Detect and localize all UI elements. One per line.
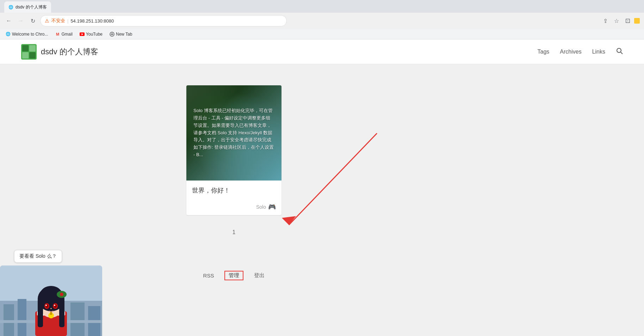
bookmark-youtube[interactable]: YouTube [77, 31, 105, 37]
svg-point-31 [50, 308, 52, 309]
card-footer: Solo 🎮 [186, 203, 281, 215]
bookmark-gmail[interactable]: M Gmail [52, 31, 75, 37]
bookmark-newtab-label: New Tab [116, 32, 132, 37]
logo-cell-3 [22, 52, 29, 59]
browser-chrome: 🌐 dsdv 的个人博客 ← → ↻ ⚠ 不安全 | 54.198.251.13… [0, 0, 644, 39]
site-title: dsdv 的个人博客 [41, 47, 98, 57]
logo-cell-4 [29, 52, 36, 59]
svg-point-5 [617, 48, 621, 53]
footer-admin-button[interactable]: 管理 [224, 271, 243, 280]
nav-links[interactable]: Links [592, 49, 605, 55]
youtube-favicon [80, 32, 85, 37]
svg-rect-13 [70, 303, 85, 336]
browser-right-icons: ⇪ ☆ ⚀ [600, 16, 640, 26]
svg-rect-21 [59, 299, 64, 327]
svg-point-24 [60, 293, 63, 296]
nav-archives[interactable]: Archives [560, 49, 581, 55]
logo-cell-2 [29, 45, 36, 51]
extensions-button[interactable]: ⚀ [623, 16, 633, 26]
logo-icon [21, 44, 37, 60]
author-icon: 🎮 [268, 203, 276, 211]
card-title: 世界，你好！ [192, 186, 276, 195]
chatbot-widget: 要看看 Solo 么？ [0, 250, 106, 336]
pagination: 1 [233, 229, 236, 236]
tab-favicon: 🌐 [8, 5, 13, 10]
separator: | [67, 18, 68, 24]
warning-text: 不安全 [51, 18, 65, 24]
card-author: Solo [256, 204, 266, 210]
site-logo[interactable]: dsdv 的个人博客 [21, 44, 98, 60]
search-button[interactable] [616, 47, 623, 56]
page-number[interactable]: 1 [233, 229, 236, 235]
browser-toolbar: ← → ↻ ⚠ 不安全 | 54.198.251.130:8080 ⇪ ☆ ⚀ [0, 13, 644, 29]
website-footer: RSS 管理 登出 [196, 264, 272, 287]
bookmarks-bar: 🌐 Welcome to Chro... M Gmail YouTube New… [0, 29, 644, 39]
address-text: 54.198.251.130:8080 [70, 18, 282, 24]
new-tab-indicator [634, 18, 640, 24]
svg-rect-12 [18, 299, 26, 336]
chatbot-avatar-svg [0, 265, 102, 336]
active-tab[interactable]: 🌐 dsdv 的个人博客 [4, 1, 51, 13]
chatbot-avatar[interactable] [0, 265, 102, 336]
card-image-text: Solo 博客系统已经初始化完毕，可在管理后台 - 工具 - 偏好设定中调整更多… [186, 100, 281, 166]
red-arrow-svg [0, 123, 644, 246]
tab-label: dsdv 的个人博客 [16, 4, 47, 10]
svg-rect-20 [38, 299, 43, 327]
card-body: 世界，你好！ [186, 181, 281, 203]
refresh-button[interactable]: ↻ [28, 16, 37, 25]
site-nav: Tags Archives Links [537, 47, 623, 56]
footer-logout[interactable]: 登出 [254, 272, 265, 279]
footer-rss[interactable]: RSS [203, 273, 214, 279]
svg-rect-33 [50, 312, 52, 315]
forward-button[interactable]: → [16, 16, 25, 25]
back-button[interactable]: ← [4, 16, 13, 25]
welcome-favicon: 🌐 [6, 32, 11, 37]
gmail-favicon: M [55, 32, 60, 37]
bookmark-welcome-label: Welcome to Chro... [12, 32, 48, 37]
bookmark-button[interactable]: ☆ [612, 16, 621, 26]
svg-line-7 [289, 133, 377, 225]
svg-point-30 [54, 305, 55, 306]
site-header: dsdv 的个人博客 Tags Archives Links [0, 39, 644, 64]
bookmark-youtube-label: YouTube [86, 32, 103, 37]
chatbot-bubble: 要看看 Solo 么？ [14, 250, 62, 263]
bookmark-newtab[interactable]: New Tab [107, 31, 135, 37]
card-image: Solo 博客系统已经初始化完毕，可在管理后台 - 工具 - 偏好设定中调整更多… [186, 85, 281, 181]
bookmark-welcome[interactable]: 🌐 Welcome to Chro... [3, 31, 51, 37]
svg-point-29 [45, 305, 47, 306]
tabs-bar: 🌐 dsdv 的个人博客 [0, 0, 644, 13]
logo-cell-1 [22, 45, 29, 51]
nav-tags[interactable]: Tags [537, 49, 549, 55]
svg-marker-8 [282, 216, 296, 225]
share-button[interactable]: ⇪ [600, 16, 610, 26]
svg-line-6 [621, 52, 623, 54]
security-warning-icon: ⚠ [45, 18, 49, 24]
blog-card[interactable]: Solo 博客系统已经初始化完毕，可在管理后台 - 工具 - 偏好设定中调整更多… [186, 85, 281, 215]
newtab-favicon [110, 32, 114, 37]
bookmark-gmail-label: Gmail [61, 32, 72, 37]
address-bar[interactable]: ⚠ 不安全 | 54.198.251.130:8080 [40, 15, 287, 26]
